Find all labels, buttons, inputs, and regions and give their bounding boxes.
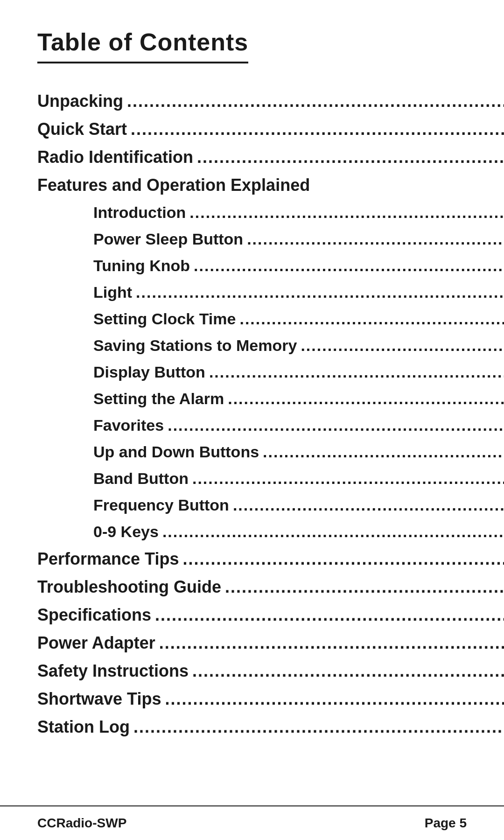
entry-label: Setting the Alarm — [93, 390, 224, 408]
entry-label: Frequency Button — [93, 496, 229, 514]
entry-label: Power Sleep Button — [93, 230, 243, 248]
toc-entry: Troubleshooting Guide ..................… — [37, 577, 467, 597]
entry-dots: ........................................… — [133, 717, 504, 737]
entry-label: Troubleshooting Guide — [37, 577, 221, 597]
entry-label: Saving Stations to Memory — [93, 336, 297, 355]
entry-dots: ........................................… — [182, 549, 504, 569]
toc-entry: Features and Operation Explained — [37, 175, 467, 195]
entry-dots: ........................................… — [127, 91, 504, 111]
toc-entry: Power Adapter ..........................… — [37, 633, 467, 653]
entry-label: 0-9 Keys — [93, 523, 159, 541]
toc-entry: Introduction ...........................… — [37, 203, 467, 222]
entry-label: Introduction — [93, 203, 186, 222]
entry-dots: ........................................… — [225, 577, 504, 597]
entry-dots: ........................................… — [194, 257, 504, 275]
entry-label: Favorites — [93, 416, 164, 434]
entry-label: Unpacking — [37, 91, 123, 111]
footer-left: CCRadio-SWP — [37, 816, 126, 831]
entry-dots: ........................................… — [131, 119, 504, 139]
entry-label: Features and Operation Explained — [37, 175, 310, 195]
entry-label: Setting Clock Time — [93, 310, 236, 328]
page-title: Table of Contents — [37, 28, 248, 63]
entry-label: Light — [93, 283, 132, 301]
toc-entry: Tuning Knob ............................… — [37, 257, 467, 275]
toc-entry: Quick Start ............................… — [37, 119, 467, 139]
entry-label: Display Button — [93, 363, 205, 381]
toc-entry: Setting the Alarm ......................… — [37, 390, 467, 408]
entry-dots: ........................................… — [192, 469, 504, 488]
entry-label: Up and Down Buttons — [93, 443, 259, 461]
toc-entry: Favorites ..............................… — [37, 416, 467, 434]
toc-content: Unpacking ..............................… — [37, 82, 467, 803]
entry-dots: ........................................… — [192, 661, 504, 681]
entry-dots: ........................................… — [189, 203, 504, 222]
toc-entry: Safety Instructions ....................… — [37, 661, 467, 681]
toc-entry: Up and Down Buttons ....................… — [37, 443, 467, 461]
toc-entry: Specifications .........................… — [37, 605, 467, 625]
entry-label: Performance Tips — [37, 549, 179, 569]
entry-label: Shortwave Tips — [37, 689, 161, 709]
toc-entry: Radio Identification ...................… — [37, 147, 467, 167]
toc-entry: Performance Tips .......................… — [37, 549, 467, 569]
toc-entry: Power Sleep Button .....................… — [37, 230, 467, 248]
entry-dots: ........................................… — [197, 147, 504, 167]
entry-label: Quick Start — [37, 119, 127, 139]
toc-entry: Station Log ............................… — [37, 717, 467, 737]
toc-entry: Frequency Button .......................… — [37, 496, 467, 514]
footer-right: Page 5 — [425, 816, 467, 831]
entry-dots: ........................................… — [247, 230, 504, 248]
entry-dots: ........................................… — [159, 633, 504, 653]
toc-entry: Display Button .........................… — [37, 363, 467, 381]
entry-label: Station Log — [37, 717, 130, 737]
entry-dots: ........................................… — [233, 496, 504, 514]
entry-dots: ........................................… — [263, 443, 504, 461]
title-section: Table of Contents — [37, 28, 467, 63]
toc-entry: Unpacking ..............................… — [37, 91, 467, 111]
entry-dots: ........................................… — [168, 416, 504, 434]
toc-entry: Saving Stations to Memory ..............… — [37, 336, 467, 355]
entry-dots: ........................................… — [301, 336, 504, 355]
entry-dots: ........................................… — [239, 310, 504, 328]
toc-entry: Shortwave Tips .........................… — [37, 689, 467, 709]
entry-label: Radio Identification — [37, 147, 193, 167]
toc-entry: Light ..................................… — [37, 283, 467, 301]
entry-label: Specifications — [37, 605, 151, 625]
page-container: Table of Contents Unpacking ............… — [0, 0, 504, 840]
entry-dots: ........................................… — [136, 283, 504, 301]
footer: CCRadio-SWP Page 5 — [0, 805, 504, 840]
entry-label: Tuning Knob — [93, 257, 190, 275]
toc-entry: Band Button ............................… — [37, 469, 467, 488]
toc-entry: 0-9 Keys ...............................… — [37, 523, 467, 541]
entry-dots: ........................................… — [155, 605, 504, 625]
entry-dots: ........................................… — [228, 390, 504, 408]
toc-entry: Setting Clock Time .....................… — [37, 310, 467, 328]
entry-label: Safety Instructions — [37, 661, 189, 681]
entry-dots: ........................................… — [165, 689, 504, 709]
entry-label: Power Adapter — [37, 633, 155, 653]
entry-label: Band Button — [93, 469, 189, 488]
entry-dots: ........................................… — [162, 523, 504, 541]
entry-dots: ........................................… — [209, 363, 504, 381]
